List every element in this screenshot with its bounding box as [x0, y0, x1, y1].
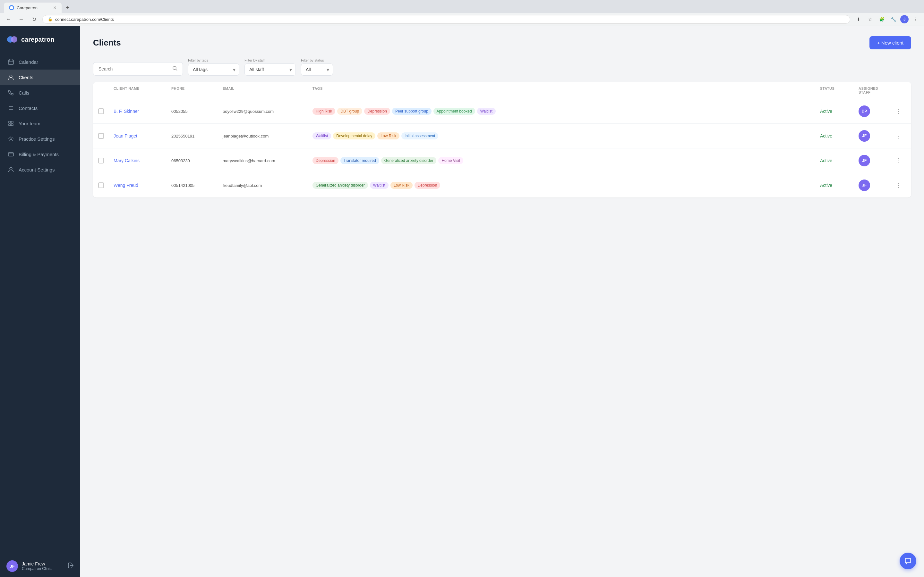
sidebar-item-practice-settings[interactable]: Practice Settings [0, 131, 80, 147]
bookmark-icon[interactable]: ☆ [866, 15, 875, 24]
sidebar-item-calls-label: Calls [19, 90, 29, 95]
sidebar-item-practice-settings-label: Practice Settings [19, 136, 55, 142]
col-assigned-staff: ASSIGNED STAFF [859, 87, 891, 94]
staff-select-wrapper: All staff [244, 63, 296, 76]
tags-filter-select[interactable]: All tags [188, 63, 239, 76]
sidebar-item-your-team[interactable]: Your team [0, 116, 80, 131]
client-name-weng-freud[interactable]: Weng Freud [113, 183, 171, 188]
sidebar-nav: Calendar Clients Calls Contacts [0, 52, 80, 555]
col-status: STATUS [820, 87, 859, 94]
client-status-jean-piaget: Active [820, 133, 859, 139]
client-status-mary-calkins: Active [820, 158, 859, 163]
client-staff-mary-calkins: JF [859, 155, 891, 166]
status-filter-label: Filter by status [301, 58, 333, 62]
row-checkbox-mary-calkins[interactable] [98, 158, 113, 163]
address-bar[interactable]: 🔒 connect.carepatron.com/Clients [42, 15, 850, 24]
contacts-icon [8, 105, 14, 111]
client-name-bf-skinner[interactable]: B. F. Skinner [113, 109, 171, 114]
sidebar-item-calendar-label: Calendar [19, 59, 38, 65]
staff-avatar-jf-3: JF [859, 179, 870, 191]
svg-rect-12 [11, 121, 13, 123]
client-phone-bf-skinner: 0052055 [171, 109, 223, 114]
tag-dbt-group: DBT group [337, 108, 362, 115]
browser-actions: ⬇ ☆ 🧩 🔧 J ⋮ [854, 15, 920, 24]
puzzle-icon[interactable]: 🔧 [889, 15, 898, 24]
table-row: Mary Calkins 06503230 marywcalkins@harva… [93, 148, 911, 173]
logout-button[interactable] [68, 562, 74, 570]
sidebar-logo: carepatron [0, 26, 80, 52]
tag-depression: Depression [364, 108, 390, 115]
client-phone-mary-calkins: 06503230 [171, 158, 223, 163]
clients-table: CLIENT NAME PHONE EMAIL TAGS STATUS ASSI… [93, 82, 911, 197]
staff-filter-select[interactable]: All staff [244, 63, 296, 76]
client-name-jean-piaget[interactable]: Jean Piaget [113, 133, 171, 139]
extensions-icon[interactable]: 🧩 [877, 15, 886, 24]
sidebar-item-calendar[interactable]: Calendar [0, 54, 80, 69]
refresh-button[interactable]: ↻ [29, 15, 39, 24]
sidebar-item-your-team-label: Your team [19, 121, 40, 126]
download-icon[interactable]: ⬇ [854, 15, 863, 24]
svg-rect-14 [11, 124, 13, 126]
staff-filter-label: Filter by staff [244, 58, 296, 62]
status-filter-select[interactable]: All [301, 63, 333, 76]
forward-button[interactable]: → [17, 15, 26, 24]
client-email-mary-calkins: marywcalkins@harvard.com [223, 158, 312, 163]
new-tab-button[interactable]: + [63, 3, 72, 12]
menu-icon[interactable]: ⋮ [911, 15, 920, 24]
tags-filter-group: Filter by tags All tags [188, 58, 239, 76]
col-actions [891, 87, 906, 94]
row-more-button-bf-skinner[interactable]: ⋮ [891, 108, 906, 115]
user-clinic: Carepatron Clinic [22, 566, 64, 571]
row-checkbox-bf-skinner[interactable] [98, 108, 113, 114]
client-phone-weng-freud: 0051421005 [171, 183, 223, 188]
search-box[interactable] [93, 62, 183, 76]
browser-profile-button[interactable]: J [900, 15, 909, 23]
tag-developmental-delay: Developmental delay [333, 132, 375, 139]
page-header: Clients + New client [93, 36, 911, 49]
sidebar-item-contacts[interactable]: Contacts [0, 100, 80, 116]
row-checkbox-weng-freud[interactable] [98, 182, 113, 188]
client-tags-bf-skinner: High Risk DBT group Depression Peer supp… [312, 108, 820, 115]
tab-bar: Carepatron ✕ + [0, 0, 924, 13]
row-more-button-weng-freud[interactable]: ⋮ [891, 182, 906, 189]
client-email-bf-skinner: poyoliw229@quossum.com [223, 109, 312, 114]
staff-avatar-jf-2: JF [859, 155, 870, 166]
staff-avatar-jf-1: JF [859, 130, 870, 142]
search-input[interactable] [99, 66, 169, 71]
row-checkbox-jean-piaget[interactable] [98, 133, 113, 139]
sidebar-item-account-settings[interactable]: Account Settings [0, 162, 80, 177]
tab-close-btn[interactable]: ✕ [53, 5, 57, 10]
svg-point-2 [11, 36, 17, 43]
client-name-mary-calkins[interactable]: Mary Calkins [113, 158, 171, 163]
sidebar-item-clients-label: Clients [19, 75, 33, 80]
new-client-button[interactable]: + New client [869, 36, 911, 49]
col-tags: TAGS [312, 87, 820, 94]
svg-point-19 [173, 66, 176, 69]
tag-gad: Generalized anxiety disorder [381, 157, 437, 164]
url-text: connect.carepatron.com/Clients [55, 17, 114, 22]
sidebar: carepatron Calendar Clients Calls [0, 26, 80, 577]
sidebar-item-clients[interactable]: Clients [0, 69, 80, 85]
chat-widget-button[interactable] [900, 553, 916, 569]
svg-rect-11 [9, 121, 11, 123]
row-more-button-mary-calkins[interactable]: ⋮ [891, 157, 906, 164]
svg-point-0 [10, 6, 13, 9]
filters-row: Filter by tags All tags Filter by staff … [93, 58, 911, 76]
tag-depression-3: Depression [415, 182, 441, 189]
tags-select-wrapper: All tags [188, 63, 239, 76]
active-tab[interactable]: Carepatron ✕ [4, 3, 61, 13]
sidebar-item-calls[interactable]: Calls [0, 85, 80, 100]
tag-waitlist: Waitlist [312, 132, 331, 139]
calendar-icon [8, 59, 14, 65]
svg-point-18 [10, 167, 12, 170]
back-button[interactable]: ← [4, 15, 13, 24]
sidebar-item-billing-label: Billing & Payments [19, 152, 59, 157]
row-more-button-jean-piaget[interactable]: ⋮ [891, 132, 906, 139]
sidebar-footer: JF Jamie Frew Carepatron Clinic [0, 555, 80, 577]
sidebar-item-billing[interactable]: Billing & Payments [0, 147, 80, 162]
svg-line-20 [176, 69, 177, 71]
browser-chrome: Carepatron ✕ + ← → ↻ 🔒 connect.carepatro… [0, 0, 924, 26]
user-name: Jamie Frew [22, 561, 64, 566]
tags-filter-label: Filter by tags [188, 58, 239, 62]
col-client-name: CLIENT NAME [113, 87, 171, 94]
